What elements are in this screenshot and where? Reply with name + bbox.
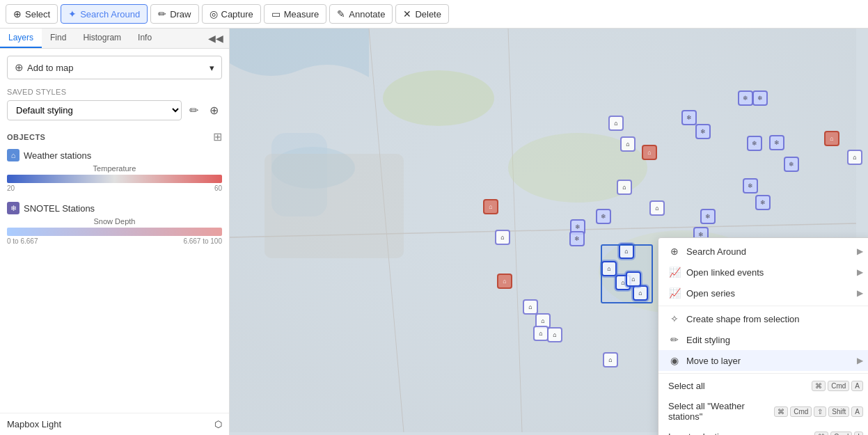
ctx-select-all-ws-label: Select all "Weather stations" — [668, 401, 774, 422]
ctx-linked-events-arrow: ▶ — [857, 267, 863, 277]
legend-bar-temperature — [7, 175, 222, 183]
layer-item-snotel: ❄ SNOTEL Stations Snow Depth 0 to 6.667 … — [7, 202, 222, 245]
ctx-ws-kbd-shift2: Shift — [828, 406, 849, 417]
edit-style-button[interactable]: ✏ — [186, 100, 202, 120]
ctx-divider-1 — [658, 306, 868, 306]
select-button[interactable]: ⊕ Select — [6, 4, 58, 24]
ctx-edit-styling-icon: ✏ — [668, 334, 681, 345]
objects-label: OBJECTS — [7, 133, 45, 141]
legend-min-temperature: 20 — [7, 184, 15, 192]
layer-item-weather-stations: ⌂ Weather stations Temperature 20 60 — [7, 149, 222, 192]
search-around-label: Search Around — [80, 9, 140, 19]
svg-point-8 — [508, 133, 647, 203]
ctx-invert-kbd-cmd2: Cmd — [830, 432, 852, 435]
layer-icon-sn: ❄ — [7, 202, 19, 214]
ctx-select-all-shortcut: ⌘ Cmd A — [812, 381, 863, 391]
legend-ticks-snow: 0 to 6.667 6.667 to 100 — [7, 237, 222, 245]
saved-styles-label: Saved styles — [7, 88, 222, 96]
objects-header: OBJECTS ⊞ — [7, 130, 222, 143]
sidebar-collapse-button[interactable]: ◀◀ — [203, 29, 229, 48]
legend-min-snow: 0 to 6.667 — [7, 237, 38, 245]
ctx-search-around-arrow: ▶ — [857, 246, 863, 256]
map-area[interactable]: ⌂ ⌂ ⌂ ⌂ ⌂ ⌂ ⌂ ⌂ ⌂ ⌂ ⌂ ⌂ ⌂ ⌂ ⌂ ⌂ ⌂ ⌂ ⌂ — [230, 29, 868, 435]
select-icon: ⊕ — [13, 8, 22, 19]
ctx-select-all-kbd-cmd: ⌘ — [812, 381, 826, 391]
legend-max-snow: 6.667 to 100 — [183, 237, 222, 245]
svg-point-7 — [383, 70, 494, 126]
app-container: ⊕ Select ✦ Search Around ✏ Draw ◎ Captur… — [0, 0, 868, 435]
add-to-map-label: Add to map — [27, 63, 74, 73]
context-menu: ⊕ Search Around ▶ 📈 Open linked events ▶ — [658, 237, 868, 435]
measure-button[interactable]: ▭ Measure — [264, 4, 327, 24]
ctx-invert-kbd-cmd: ⌘ — [814, 432, 828, 435]
sidebar-tab-info[interactable]: Info — [129, 29, 160, 48]
ctx-invert-selection-label: Invert selection — [668, 432, 729, 435]
ctx-select-all-label: Select all — [668, 381, 705, 391]
capture-button[interactable]: ◎ Capture — [202, 4, 261, 24]
ctx-search-around-icon: ⊕ — [668, 246, 681, 257]
sidebar-content: ⊕ Add to map ▾ Saved styles Default styl… — [0, 49, 229, 413]
main-area: Layers Find Histogram Info ◀◀ ⊕ Add to m… — [0, 29, 868, 435]
capture-icon: ◎ — [210, 8, 218, 19]
layer-title-snotel[interactable]: ❄ SNOTEL Stations — [7, 202, 222, 214]
layer-title-weather-stations[interactable]: ⌂ Weather stations — [7, 149, 222, 161]
ctx-linked-events-icon: 📈 — [668, 267, 681, 278]
legend-bar-snow — [7, 228, 222, 236]
annotate-label: Annotate — [349, 9, 385, 19]
measure-label: Measure — [284, 9, 319, 19]
sidebar: Layers Find Histogram Info ◀◀ ⊕ Add to m… — [0, 29, 230, 435]
capture-label: Capture — [221, 9, 253, 19]
ctx-ws-kbd-cmd: ⌘ — [774, 406, 788, 417]
style-select[interactable]: Default styling — [7, 100, 182, 120]
add-style-button[interactable]: ⊕ — [206, 100, 222, 120]
ctx-search-around[interactable]: ⊕ Search Around ▶ — [658, 241, 868, 262]
delete-button[interactable]: ✕ Delete — [395, 4, 449, 24]
legend-ticks-temperature: 20 60 — [7, 184, 222, 192]
ctx-ws-kbd-shift: ⇧ — [814, 406, 826, 417]
delete-icon: ✕ — [403, 8, 411, 19]
ctx-series-arrow: ▶ — [857, 288, 863, 298]
ctx-series-icon: 📈 — [668, 287, 681, 299]
ctx-create-shape-label: Create shape from selection — [686, 314, 800, 324]
ctx-divider-2 — [658, 373, 868, 374]
basemap-selector[interactable]: Mapbox Light ⬡ — [0, 413, 229, 435]
ctx-open-series[interactable]: 📈 Open series ▶ — [658, 283, 868, 303]
layer-icon-ws: ⌂ — [7, 149, 19, 161]
objects-grid-icon: ⊞ — [213, 130, 222, 143]
ctx-move-to-layer-icon: ◉ — [668, 355, 681, 366]
layer-label-snotel: SNOTEL Stations — [24, 203, 95, 214]
ctx-select-all[interactable]: Select all ⌘ Cmd A — [658, 376, 868, 396]
ctx-move-to-layer-arrow: ▶ — [857, 356, 863, 365]
ctx-ws-kbd-a: A — [851, 406, 863, 417]
basemap-label: Mapbox Light — [7, 419, 61, 429]
draw-button[interactable]: ✏ Draw — [150, 4, 198, 24]
add-to-map-plus-icon: ⊕ — [15, 61, 24, 74]
select-label: Select — [25, 9, 50, 19]
ctx-search-around-label: Search Around — [686, 246, 746, 257]
draw-icon: ✏ — [158, 8, 166, 19]
search-around-icon: ✦ — [68, 8, 77, 19]
ctx-select-all-ws[interactable]: Select all "Weather stations" ⌘ Cmd ⇧ Sh… — [658, 396, 868, 427]
legend-label-snow: Snow Depth — [7, 217, 222, 226]
add-to-map-button[interactable]: ⊕ Add to map ▾ — [7, 56, 222, 79]
ctx-create-shape[interactable]: ✧ Create shape from selection — [658, 308, 868, 329]
style-row: Default styling ✏ ⊕ — [7, 100, 222, 120]
search-around-button[interactable]: ✦ Search Around — [61, 4, 148, 24]
measure-icon: ▭ — [271, 8, 281, 19]
ctx-edit-styling[interactable]: ✏ Edit styling — [658, 329, 868, 350]
ctx-create-shape-icon: ✧ — [668, 313, 681, 324]
ctx-select-all-kbd-cmd2: Cmd — [828, 381, 849, 391]
ctx-invert-selection[interactable]: Invert selection ⌘ Cmd I — [658, 427, 868, 435]
sidebar-tab-layers[interactable]: Layers — [0, 29, 42, 48]
ctx-move-to-layer[interactable]: ◉ Move to layer ▶ — [658, 350, 868, 371]
ctx-open-linked-events[interactable]: 📈 Open linked events ▶ — [658, 262, 868, 283]
ctx-select-all-kbd-a: A — [851, 381, 863, 391]
ctx-invert-kbd-i: I — [854, 432, 863, 435]
sidebar-tab-histogram[interactable]: Histogram — [74, 29, 129, 48]
draw-label: Draw — [170, 9, 191, 19]
sidebar-tab-find[interactable]: Find — [42, 29, 74, 48]
annotate-icon: ✎ — [337, 8, 345, 19]
legend-label-temperature: Temperature — [7, 164, 222, 173]
annotate-button[interactable]: ✎ Annotate — [329, 4, 393, 24]
layer-label-ws: Weather stations — [24, 150, 91, 161]
